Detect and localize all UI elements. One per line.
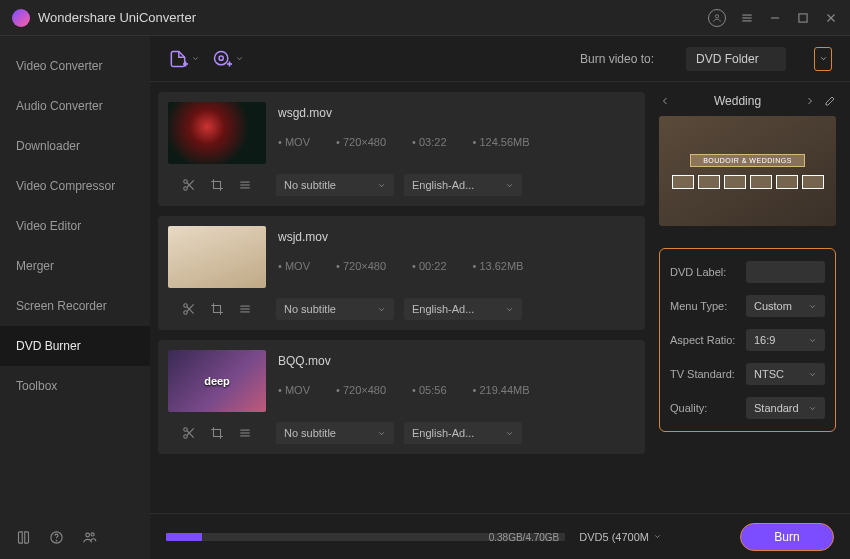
thumbnail[interactable] bbox=[168, 102, 266, 164]
file-card: deep BQQ.mov MOV 720×480 05:56 219.44MB bbox=[158, 340, 645, 454]
file-resolution: 720×480 bbox=[336, 384, 386, 396]
sidebar-item-video-compressor[interactable]: Video Compressor bbox=[0, 166, 150, 206]
next-template-icon[interactable] bbox=[804, 95, 816, 107]
sidebar-item-audio-converter[interactable]: Audio Converter bbox=[0, 86, 150, 126]
add-file-icon[interactable] bbox=[168, 49, 188, 69]
sidebar-item-merger[interactable]: Merger bbox=[0, 246, 150, 286]
tv-standard-select[interactable]: NTSC bbox=[746, 363, 825, 385]
file-name: wsgd.mov bbox=[278, 102, 635, 120]
contact-icon[interactable] bbox=[82, 530, 97, 545]
file-format: MOV bbox=[278, 136, 310, 148]
burn-to-select[interactable]: DVD Folder bbox=[686, 47, 786, 71]
sidebar-item-toolbox[interactable]: Toolbox bbox=[0, 366, 150, 406]
file-card: wsjd.mov MOV 720×480 00:22 13.62MB bbox=[158, 216, 645, 330]
edit-template-icon[interactable] bbox=[824, 95, 836, 107]
titlebar: Wondershare UniConverter bbox=[0, 0, 850, 36]
trim-icon[interactable] bbox=[182, 178, 196, 192]
sidebar: Video Converter Audio Converter Download… bbox=[0, 36, 150, 559]
file-name: BQQ.mov bbox=[278, 350, 635, 368]
subtitle-select[interactable]: No subtitle bbox=[276, 298, 394, 320]
file-resolution: 720×480 bbox=[336, 136, 386, 148]
burn-to-label: Burn video to: bbox=[580, 52, 654, 66]
menu-type-label: Menu Type: bbox=[670, 300, 746, 312]
svg-point-15 bbox=[219, 56, 223, 60]
file-duration: 05:56 bbox=[412, 384, 446, 396]
audio-select[interactable]: English-Ad... bbox=[404, 422, 522, 444]
thumbnail[interactable] bbox=[168, 226, 266, 288]
prev-template-icon[interactable] bbox=[659, 95, 671, 107]
preview-slot bbox=[776, 175, 798, 189]
file-duration: 03:22 bbox=[412, 136, 446, 148]
effects-icon[interactable] bbox=[238, 178, 252, 192]
file-card: wsgd.mov MOV 720×480 03:22 124.56MB bbox=[158, 92, 645, 206]
maximize-icon[interactable] bbox=[796, 11, 810, 25]
audio-select[interactable]: English-Ad... bbox=[404, 298, 522, 320]
minimize-icon[interactable] bbox=[768, 11, 782, 25]
preview-slot bbox=[724, 175, 746, 189]
right-panel: Wedding BOUDOIR & WEDDINGS bbox=[653, 82, 850, 513]
account-icon[interactable] bbox=[708, 9, 726, 27]
sidebar-item-downloader[interactable]: Downloader bbox=[0, 126, 150, 166]
quality-select[interactable]: Standard bbox=[746, 397, 825, 419]
file-size: 124.56MB bbox=[473, 136, 530, 148]
crop-icon[interactable] bbox=[210, 302, 224, 316]
effects-icon[interactable] bbox=[238, 426, 252, 440]
preview-slot bbox=[698, 175, 720, 189]
quality-label: Quality: bbox=[670, 402, 746, 414]
dvd-label-label: DVD Label: bbox=[670, 266, 746, 278]
preview-slot bbox=[672, 175, 694, 189]
file-resolution: 720×480 bbox=[336, 260, 386, 272]
file-name: wsjd.mov bbox=[278, 226, 635, 244]
effects-icon[interactable] bbox=[238, 302, 252, 316]
sidebar-item-video-editor[interactable]: Video Editor bbox=[0, 206, 150, 246]
burn-to-chevron[interactable] bbox=[814, 47, 832, 71]
svg-point-14 bbox=[215, 51, 228, 64]
guide-icon[interactable] bbox=[16, 530, 31, 545]
file-size: 13.62MB bbox=[473, 260, 524, 272]
close-icon[interactable] bbox=[824, 11, 838, 25]
file-duration: 00:22 bbox=[412, 260, 446, 272]
crop-icon[interactable] bbox=[210, 426, 224, 440]
template-name: Wedding bbox=[714, 94, 761, 108]
svg-point-26 bbox=[184, 311, 188, 315]
svg-point-11 bbox=[91, 533, 94, 536]
sidebar-item-video-converter[interactable]: Video Converter bbox=[0, 46, 150, 86]
preview-slot bbox=[802, 175, 824, 189]
size-progress-text: 0.38GB/4.70GB bbox=[489, 533, 560, 541]
sidebar-item-screen-recorder[interactable]: Screen Recorder bbox=[0, 286, 150, 326]
aspect-ratio-label: Aspect Ratio: bbox=[670, 334, 746, 346]
trim-icon[interactable] bbox=[182, 302, 196, 316]
template-preview[interactable]: BOUDOIR & WEDDINGS bbox=[659, 116, 836, 226]
footer: 0.38GB/4.70GB DVD5 (4700M Burn bbox=[150, 513, 850, 559]
load-disc-icon[interactable] bbox=[212, 49, 232, 69]
disc-size-select[interactable]: DVD5 (4700M bbox=[579, 531, 662, 543]
file-format: MOV bbox=[278, 260, 310, 272]
subtitle-select[interactable]: No subtitle bbox=[276, 174, 394, 196]
dvd-label-input[interactable] bbox=[746, 261, 825, 283]
subtitle-select[interactable]: No subtitle bbox=[276, 422, 394, 444]
template-banner: BOUDOIR & WEDDINGS bbox=[690, 154, 805, 167]
trim-icon[interactable] bbox=[182, 426, 196, 440]
help-icon[interactable] bbox=[49, 530, 64, 545]
burn-button[interactable]: Burn bbox=[740, 523, 834, 551]
app-title: Wondershare UniConverter bbox=[38, 10, 708, 25]
dvd-settings: DVD Label: Menu Type: Custom Aspect Rati… bbox=[659, 248, 836, 432]
menu-type-select[interactable]: Custom bbox=[746, 295, 825, 317]
svg-point-9 bbox=[56, 540, 57, 541]
app-logo bbox=[12, 9, 30, 27]
crop-icon[interactable] bbox=[210, 178, 224, 192]
menu-icon[interactable] bbox=[740, 11, 754, 25]
svg-point-18 bbox=[184, 180, 188, 184]
audio-select[interactable]: English-Ad... bbox=[404, 174, 522, 196]
size-progress-bar: 0.38GB/4.70GB bbox=[166, 533, 565, 541]
file-size: 219.44MB bbox=[473, 384, 530, 396]
aspect-ratio-select[interactable]: 16:9 bbox=[746, 329, 825, 351]
thumbnail[interactable]: deep bbox=[168, 350, 266, 412]
sidebar-item-dvd-burner[interactable]: DVD Burner bbox=[0, 326, 150, 366]
toolbar: Burn video to: DVD Folder bbox=[150, 36, 850, 82]
svg-point-0 bbox=[715, 14, 718, 17]
file-format: MOV bbox=[278, 384, 310, 396]
svg-point-10 bbox=[86, 533, 90, 537]
svg-point-19 bbox=[184, 187, 188, 191]
tv-standard-label: TV Standard: bbox=[670, 368, 746, 380]
